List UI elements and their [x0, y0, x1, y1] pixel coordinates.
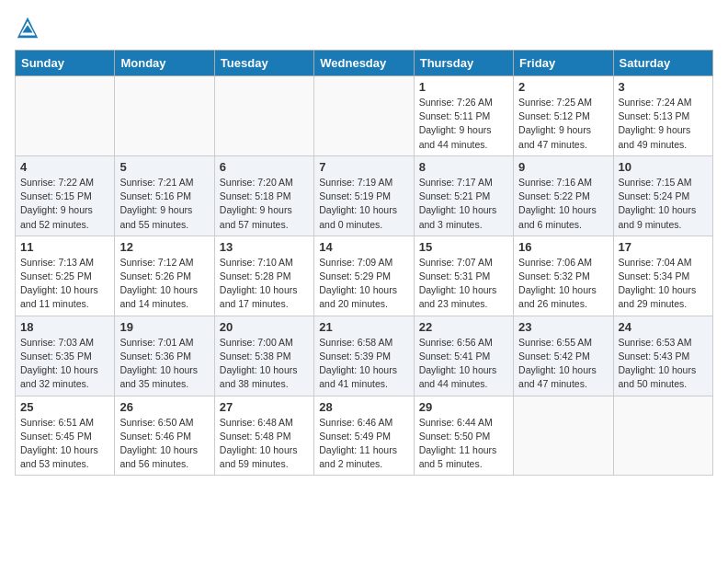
- day-number: 20: [220, 320, 309, 334]
- day-info: Sunrise: 7:25 AM Sunset: 5:12 PM Dayligh…: [518, 96, 608, 152]
- day-info: Sunrise: 6:58 AM Sunset: 5:39 PM Dayligh…: [319, 336, 408, 392]
- calendar-cell: 29Sunrise: 6:44 AM Sunset: 5:50 PM Dayli…: [414, 396, 513, 476]
- day-number: 13: [220, 240, 309, 254]
- calendar-cell: 26Sunrise: 6:50 AM Sunset: 5:46 PM Dayli…: [115, 396, 214, 476]
- day-info: Sunrise: 7:07 AM Sunset: 5:31 PM Dayligh…: [419, 256, 508, 312]
- day-info: Sunrise: 6:48 AM Sunset: 5:48 PM Dayligh…: [220, 416, 309, 472]
- calendar-cell: 25Sunrise: 6:51 AM Sunset: 5:45 PM Dayli…: [16, 396, 115, 476]
- calendar-cell: 4Sunrise: 7:22 AM Sunset: 5:15 PM Daylig…: [16, 155, 115, 236]
- day-info: Sunrise: 7:26 AM Sunset: 5:11 PM Dayligh…: [419, 96, 508, 152]
- day-number: 19: [119, 320, 209, 334]
- calendar-cell: 13Sunrise: 7:10 AM Sunset: 5:28 PM Dayli…: [214, 236, 313, 316]
- day-info: Sunrise: 7:15 AM Sunset: 5:24 PM Dayligh…: [619, 176, 708, 232]
- calendar-cell: 7Sunrise: 7:19 AM Sunset: 5:19 PM Daylig…: [314, 155, 414, 236]
- day-info: Sunrise: 7:20 AM Sunset: 5:18 PM Dayligh…: [220, 176, 309, 232]
- day-number: 1: [419, 80, 508, 94]
- calendar-week-row: 18Sunrise: 7:03 AM Sunset: 5:35 PM Dayli…: [16, 316, 713, 396]
- calendar-cell: 5Sunrise: 7:21 AM Sunset: 5:16 PM Daylig…: [115, 155, 214, 236]
- column-header-sunday: Sunday: [16, 51, 115, 76]
- calendar-cell: 18Sunrise: 7:03 AM Sunset: 5:35 PM Dayli…: [16, 316, 115, 396]
- day-info: Sunrise: 7:01 AM Sunset: 5:36 PM Dayligh…: [119, 336, 209, 392]
- calendar-cell: 10Sunrise: 7:15 AM Sunset: 5:24 PM Dayli…: [613, 155, 712, 236]
- logo: [15, 15, 44, 40]
- day-info: Sunrise: 6:44 AM Sunset: 5:50 PM Dayligh…: [419, 416, 508, 472]
- calendar-cell: 19Sunrise: 7:01 AM Sunset: 5:36 PM Dayli…: [115, 316, 214, 396]
- calendar-cell: 12Sunrise: 7:12 AM Sunset: 5:26 PM Dayli…: [115, 236, 214, 316]
- day-number: 5: [119, 160, 209, 174]
- day-number: 12: [119, 240, 209, 254]
- column-header-monday: Monday: [115, 51, 214, 76]
- calendar-cell: 21Sunrise: 6:58 AM Sunset: 5:39 PM Dayli…: [314, 316, 414, 396]
- calendar-cell: [613, 396, 712, 476]
- day-info: Sunrise: 6:55 AM Sunset: 5:42 PM Dayligh…: [518, 336, 608, 392]
- calendar-cell: 17Sunrise: 7:04 AM Sunset: 5:34 PM Dayli…: [613, 236, 712, 316]
- day-info: Sunrise: 7:10 AM Sunset: 5:28 PM Dayligh…: [220, 256, 309, 312]
- column-header-tuesday: Tuesday: [214, 51, 313, 76]
- day-info: Sunrise: 7:24 AM Sunset: 5:13 PM Dayligh…: [619, 96, 708, 152]
- calendar-cell: 27Sunrise: 6:48 AM Sunset: 5:48 PM Dayli…: [214, 396, 313, 476]
- day-number: 2: [518, 80, 608, 94]
- day-number: 26: [119, 400, 209, 414]
- day-number: 10: [619, 160, 708, 174]
- day-info: Sunrise: 7:03 AM Sunset: 5:35 PM Dayligh…: [20, 336, 109, 392]
- calendar-header-row: SundayMondayTuesdayWednesdayThursdayFrid…: [16, 51, 713, 76]
- day-number: 23: [518, 320, 608, 334]
- day-number: 21: [319, 320, 408, 334]
- calendar-week-row: 4Sunrise: 7:22 AM Sunset: 5:15 PM Daylig…: [16, 155, 713, 236]
- day-info: Sunrise: 7:16 AM Sunset: 5:22 PM Dayligh…: [518, 176, 608, 232]
- day-number: 18: [20, 320, 109, 334]
- calendar-cell: 1Sunrise: 7:26 AM Sunset: 5:11 PM Daylig…: [414, 76, 513, 156]
- calendar-cell: 9Sunrise: 7:16 AM Sunset: 5:22 PM Daylig…: [514, 155, 613, 236]
- calendar-cell: 14Sunrise: 7:09 AM Sunset: 5:29 PM Dayli…: [314, 236, 414, 316]
- day-number: 29: [419, 400, 508, 414]
- day-number: 17: [619, 240, 708, 254]
- day-info: Sunrise: 6:53 AM Sunset: 5:43 PM Dayligh…: [619, 336, 708, 392]
- calendar-week-row: 1Sunrise: 7:26 AM Sunset: 5:11 PM Daylig…: [16, 76, 713, 156]
- day-number: 14: [319, 240, 408, 254]
- day-number: 6: [220, 160, 309, 174]
- calendar-cell: [115, 76, 214, 156]
- calendar-cell: 20Sunrise: 7:00 AM Sunset: 5:38 PM Dayli…: [214, 316, 313, 396]
- calendar-cell: [16, 76, 115, 156]
- calendar-cell: 23Sunrise: 6:55 AM Sunset: 5:42 PM Dayli…: [514, 316, 613, 396]
- column-header-wednesday: Wednesday: [314, 51, 414, 76]
- day-number: 11: [20, 240, 109, 254]
- calendar-cell: 2Sunrise: 7:25 AM Sunset: 5:12 PM Daylig…: [514, 76, 613, 156]
- calendar-cell: 11Sunrise: 7:13 AM Sunset: 5:25 PM Dayli…: [16, 236, 115, 316]
- day-number: 25: [20, 400, 109, 414]
- day-number: 15: [419, 240, 508, 254]
- calendar-cell: 8Sunrise: 7:17 AM Sunset: 5:21 PM Daylig…: [414, 155, 513, 236]
- page-header: [15, 15, 713, 40]
- calendar-cell: 3Sunrise: 7:24 AM Sunset: 5:13 PM Daylig…: [613, 76, 712, 156]
- day-info: Sunrise: 7:21 AM Sunset: 5:16 PM Dayligh…: [119, 176, 209, 232]
- day-number: 8: [419, 160, 508, 174]
- day-info: Sunrise: 6:50 AM Sunset: 5:46 PM Dayligh…: [119, 416, 209, 472]
- day-number: 9: [518, 160, 608, 174]
- calendar-cell: 6Sunrise: 7:20 AM Sunset: 5:18 PM Daylig…: [214, 155, 313, 236]
- calendar-cell: 15Sunrise: 7:07 AM Sunset: 5:31 PM Dayli…: [414, 236, 513, 316]
- day-info: Sunrise: 7:09 AM Sunset: 5:29 PM Dayligh…: [319, 256, 408, 312]
- day-info: Sunrise: 7:12 AM Sunset: 5:26 PM Dayligh…: [119, 256, 209, 312]
- day-info: Sunrise: 7:17 AM Sunset: 5:21 PM Dayligh…: [419, 176, 508, 232]
- column-header-saturday: Saturday: [613, 51, 712, 76]
- day-info: Sunrise: 6:51 AM Sunset: 5:45 PM Dayligh…: [20, 416, 109, 472]
- day-number: 24: [619, 320, 708, 334]
- day-info: Sunrise: 6:46 AM Sunset: 5:49 PM Dayligh…: [319, 416, 408, 472]
- day-info: Sunrise: 7:22 AM Sunset: 5:15 PM Dayligh…: [20, 176, 109, 232]
- calendar-cell: 16Sunrise: 7:06 AM Sunset: 5:32 PM Dayli…: [514, 236, 613, 316]
- day-number: 16: [518, 240, 608, 254]
- column-header-friday: Friday: [514, 51, 613, 76]
- calendar-cell: 24Sunrise: 6:53 AM Sunset: 5:43 PM Dayli…: [613, 316, 712, 396]
- calendar-cell: 22Sunrise: 6:56 AM Sunset: 5:41 PM Dayli…: [414, 316, 513, 396]
- day-number: 22: [419, 320, 508, 334]
- calendar-cell: 28Sunrise: 6:46 AM Sunset: 5:49 PM Dayli…: [314, 396, 414, 476]
- logo-icon: [15, 15, 40, 40]
- day-info: Sunrise: 7:00 AM Sunset: 5:38 PM Dayligh…: [220, 336, 309, 392]
- calendar-cell: [514, 396, 613, 476]
- day-number: 27: [220, 400, 309, 414]
- day-number: 7: [319, 160, 408, 174]
- column-header-thursday: Thursday: [414, 51, 513, 76]
- day-number: 4: [20, 160, 109, 174]
- day-info: Sunrise: 7:06 AM Sunset: 5:32 PM Dayligh…: [518, 256, 608, 312]
- calendar-cell: [314, 76, 414, 156]
